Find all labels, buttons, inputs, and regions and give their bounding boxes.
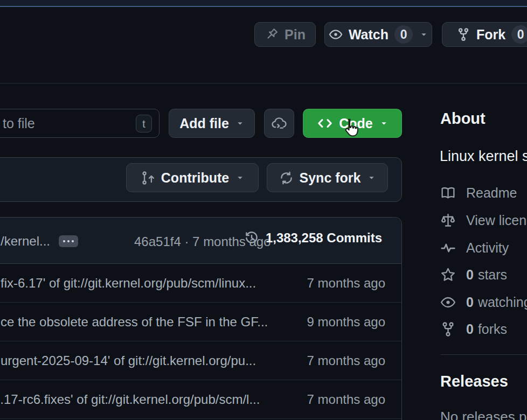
table-row[interactable]: ce the obsolete address of the FSF in th… [0,303,401,341]
section-divider [0,83,527,83]
sidebar-item-watching[interactable]: 0watching [440,295,527,310]
sidebar-divider [440,354,527,355]
sidebar-item-label: Readme [466,185,517,200]
eye-icon [329,27,343,41]
commit-age: 7 months ago [307,276,385,291]
repo-description: Linux kernel s [440,148,527,165]
sidebar-item-forks[interactable]: 0forks [440,321,507,337]
chevron-down-icon [236,120,244,128]
stars-count: 0 [466,267,474,282]
fork-label: Fork [476,27,505,43]
sidebar-item-activity[interactable]: Activity [440,240,509,256]
sync-fork-button[interactable]: Sync fork [267,163,388,192]
table-row[interactable]: fix-6.17' of git://git.kernel.org/pub/sc… [0,264,401,303]
latest-commit-bar: /kernel... 46a51f4 · 7 months ago 1,383,… [0,218,401,264]
code-button[interactable]: Code [303,109,402,138]
table-row[interactable]: urgent-2025-09-14' of git://git.kernel.o… [0,341,401,380]
commit-ellipsis-button[interactable] [59,235,78,247]
about-heading: About [440,110,486,128]
commits-count-label: 1,383,258 Commits [266,230,382,246]
sidebar-item-readme[interactable]: Readme [440,185,517,201]
contribute-label: Contribute [161,170,229,186]
commit-history-link[interactable]: 1,383,258 Commits [244,230,382,246]
book-icon [440,185,456,201]
repo-header-strip [0,0,527,7]
sync-icon [279,171,294,185]
pin-label: Pin [285,27,306,43]
sidebar-item-label: stars [478,267,507,282]
commit-age: 9 months ago [307,314,385,330]
code-icon [317,115,333,131]
chevron-down-icon [367,174,376,182]
chevron-down-icon [380,120,388,128]
shortcut-key-badge: t [136,115,152,132]
go-to-file-input[interactable]: to file t [0,109,160,138]
pin-button[interactable]: Pin [254,22,316,47]
fork-count-badge: 0 [511,25,527,44]
fork-button[interactable]: Fork 0 [442,22,527,47]
pulse-icon [440,240,456,256]
go-to-file-text: to file [3,116,35,131]
commit-age: 7 months ago [307,353,385,368]
forks-count: 0 [466,321,474,337]
sidebar-item-label: forks [478,321,507,337]
sidebar-item-stars[interactable]: 0stars [440,267,507,283]
releases-heading: Releases [440,373,508,390]
codespaces-button[interactable] [264,109,294,138]
fork-icon [440,321,456,337]
watch-label: Watch [349,27,389,43]
commit-age: 7 months ago [307,392,385,407]
law-icon [440,213,456,228]
sidebar-item-label: View license [466,213,527,228]
commit-message-link[interactable]: ce the obsolete address of the FSF in th… [1,314,268,330]
add-file-label: Add file [179,116,229,131]
star-icon [440,267,456,283]
watch-count-badge: 0 [394,25,413,44]
sync-fork-label: Sync fork [300,170,361,186]
pin-icon [265,27,279,41]
add-file-button[interactable]: Add file [169,109,255,138]
chevron-down-icon [236,174,244,182]
watch-button[interactable]: Watch 0 [324,22,432,47]
sidebar-item-label: Activity [466,240,509,255]
latest-commit-message[interactable]: /kernel... [1,234,50,249]
fork-icon [456,27,470,41]
commit-message-link[interactable]: fix-6.17' of git://git.kernel.org/pub/sc… [1,276,256,291]
contribute-button[interactable]: Contribute [126,163,259,192]
commit-message-link[interactable]: 6.17-rc6.fixes' of git://git.kernel.org/… [0,392,260,407]
releases-empty-text: No releases publi [440,409,527,420]
sidebar-item-license[interactable]: View license [440,213,527,228]
table-row[interactable]: 6.17-rc6.fixes' of git://git.kernel.org/… [0,380,401,419]
file-list-card: /kernel... 46a51f4 · 7 months ago 1,383,… [0,217,402,420]
eye-icon [440,295,456,310]
sidebar-item-label: watching [478,295,527,310]
chevron-down-icon [420,31,428,39]
commit-message-link[interactable]: urgent-2025-09-14' of git://git.kernel.o… [1,353,256,368]
codespace-cloud-icon [271,115,287,131]
watching-count: 0 [466,295,474,310]
contribute-icon [141,171,155,185]
history-icon [244,230,259,246]
code-label: Code [339,116,373,131]
github-repo-page: Pin Watch 0 Fork 0 to file t Add fil [0,0,527,420]
